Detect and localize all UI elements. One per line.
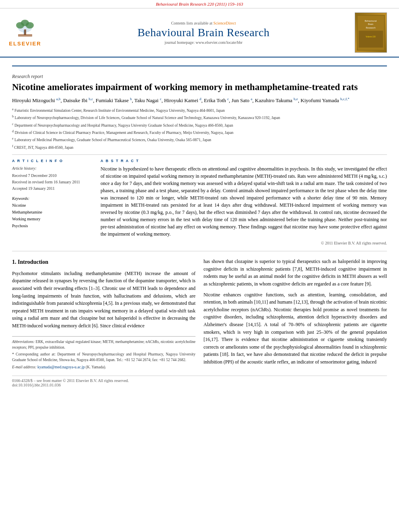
publisher-logo-area: ELSEVIER	[8, 19, 52, 47]
article-info-content: Article history: Received 7 December 201…	[12, 165, 93, 191]
abstract-divider	[12, 251, 387, 251]
svg-rect-7	[18, 34, 32, 37]
intro-paragraph-3: Nicotine enhances cognitive functions, s…	[204, 291, 387, 366]
affiliation-a: a Futuristic Environmental Simulation Ce…	[12, 107, 387, 113]
abstract-column: A B S T R A C T Nicotine is hypothesized…	[101, 159, 387, 245]
history-label: Article history:	[12, 165, 93, 171]
article-title: Nicotine ameliorates impairment of worki…	[12, 81, 387, 93]
contents-text: Contents lists available at	[171, 21, 212, 25]
revised-date: Received in revised form 16 January 2011	[12, 179, 93, 185]
keywords-section: Keywords: Nicotine Methamphetamine Worki…	[12, 196, 93, 229]
intro-paragraph-1: Psychomotor stimulants including methamp…	[12, 270, 195, 330]
svg-text:Brain: Brain	[368, 23, 373, 25]
corresponding-note: * Corresponding author at: Department of…	[12, 351, 195, 363]
email-link[interactable]: kyamada@med.nagoya-u.ac.jp	[37, 365, 85, 369]
affiliations-divider	[12, 154, 387, 155]
article-type: Research report	[12, 70, 387, 80]
body-right-column: has shown that clozapine is superior to …	[204, 258, 387, 372]
sciencedirect-line: Contents lists available at ScienceDirec…	[56, 21, 351, 25]
copyright-text: © 2011 Elsevier B.V. All rights reserved…	[101, 241, 387, 245]
article-info-column: A R T I C L E I N F O Article history: R…	[12, 159, 93, 245]
sciencedirect-link[interactable]: ScienceDirect	[213, 21, 236, 25]
authors-line: Hiroyuki Mizoguchi a,b, Daisuke Ibi b,c,…	[12, 97, 387, 105]
keyword-nicotine: Nicotine	[12, 202, 93, 209]
affiliation-f: f CREST, JST, Nagoya 466-8560, Japan	[12, 144, 387, 150]
intro-section-title: 1. Introduction	[12, 258, 195, 267]
accepted-date: Accepted 19 January 2011	[12, 185, 93, 191]
intro-paragraph-2: has shown that clozapine is superior to …	[204, 258, 387, 288]
affiliations: a Futuristic Environmental Simulation Ce…	[12, 107, 387, 150]
journal-title-area: Contents lists available at ScienceDirec…	[56, 21, 351, 45]
elsevier-logo-svg	[8, 19, 42, 40]
email-note: E-mail address: kyamada@med.nagoya-u.ac.…	[12, 364, 195, 370]
abstract-header: A B S T R A C T	[101, 159, 387, 163]
affiliation-d: d Division of Clinical Science in Clinic…	[12, 129, 387, 136]
footer-issn: 0166-4328/$ – see front matter © 2011 El…	[12, 378, 129, 383]
footnotes: Abbreviations: ERK, extracellular signal…	[12, 336, 195, 370]
citation-text: Behavioural Brain Research 220 (2011) 15…	[156, 2, 243, 6]
affiliation-c: c Department of Neuropsychopharmacology …	[12, 122, 387, 128]
abbreviations-note: Abbreviations: ERK, extracellular signal…	[12, 339, 195, 351]
article-info-abstract: A R T I C L E I N F O Article history: R…	[12, 159, 387, 245]
journal-homepage: journal homepage: www.elsevier.com/locat…	[56, 40, 351, 45]
affiliation-b: b Laboratory of Neuropsychopharmacology,…	[12, 114, 387, 121]
footer-doi: doi:10.1016/j.bbr.2011.01.036	[12, 383, 61, 387]
keywords-list: Nicotine Methamphetamine Working memory …	[12, 202, 93, 229]
body-content: 1. Introduction Psychomotor stimulants i…	[12, 258, 387, 372]
journal-cover-area: Behavioural Brain Research Volume 220	[355, 12, 391, 53]
svg-point-5	[26, 22, 34, 29]
elsevier-logo: ELSEVIER	[8, 19, 42, 47]
journal-cover-image: Behavioural Brain Research Volume 220	[355, 12, 387, 53]
keyword-psychosis: Psychosis	[12, 222, 93, 229]
svg-text:Research: Research	[366, 26, 376, 29]
citation-bar: Behavioural Brain Research 220 (2011) 15…	[0, 0, 399, 8]
journal-title: Behavioural Brain Research	[56, 26, 351, 39]
keywords-label: Keywords:	[12, 196, 93, 201]
svg-rect-6	[24, 29, 26, 35]
footer: 0166-4328/$ – see front matter © 2011 El…	[12, 376, 387, 390]
received-date: Received 7 December 2010	[12, 173, 93, 179]
svg-rect-13	[359, 31, 383, 47]
affiliation-e: e Laboratory of Medicinal Pharmacology, …	[12, 136, 387, 143]
article-info-header: A R T I C L E I N F O	[12, 159, 93, 163]
authors-text: Hiroyuki Mizoguchi a,b, Daisuke Ibi b,c,…	[12, 97, 350, 103]
keyword-working-memory: Working memory	[12, 216, 93, 222]
article-content: Research report Nicotine ameliorates imp…	[0, 58, 399, 398]
elsevier-text: ELSEVIER	[9, 41, 41, 47]
header-divider	[12, 66, 387, 66]
body-left-column: 1. Introduction Psychomotor stimulants i…	[12, 258, 195, 372]
svg-text:Behavioural: Behavioural	[365, 19, 377, 22]
svg-text:Volume 220: Volume 220	[366, 36, 376, 38]
repeated-word: repeated	[12, 308, 29, 314]
keyword-methamphetamine: Methamphetamine	[12, 209, 93, 216]
journal-header: ELSEVIER Contents lists available at Sci…	[0, 8, 399, 58]
abstract-text: Nicotine is hypothesized to have therape…	[101, 165, 387, 238]
